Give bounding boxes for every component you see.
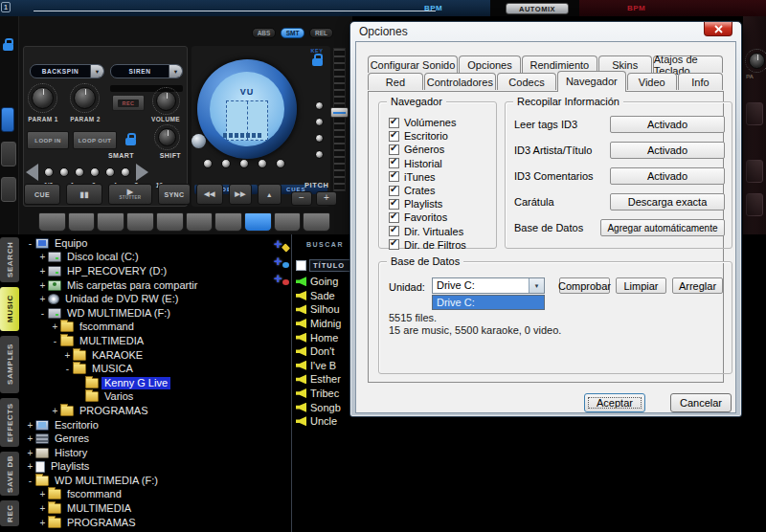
tree-item[interactable]: + Mis carpetas para compartir xyxy=(23,278,272,293)
expander-icon[interactable]: + xyxy=(37,252,48,262)
loop-length-led[interactable] xyxy=(75,167,84,177)
browser-option-row[interactable]: Dir. Virtuales xyxy=(389,225,496,238)
key-lock[interactable]: KEY xyxy=(306,48,327,66)
dialog-tab[interactable]: Red xyxy=(368,73,423,90)
add-remove-icon[interactable]: + xyxy=(274,270,291,287)
keyboard-key[interactable] xyxy=(274,212,302,232)
tree-item[interactable]: + History xyxy=(23,446,272,460)
browser-option-row[interactable]: Volúmenes xyxy=(389,116,496,129)
pitch-slider-handle[interactable] xyxy=(330,107,349,118)
setting-value-button[interactable]: Descarga exacta xyxy=(610,193,725,211)
dialog-tab[interactable]: Info xyxy=(678,73,723,90)
loop-half-arrow-icon[interactable] xyxy=(26,164,38,181)
keyboard-key-active[interactable] xyxy=(244,212,272,232)
expander-icon[interactable]: - xyxy=(37,308,48,319)
checkbox-icon[interactable] xyxy=(389,131,399,142)
chevron-down-icon[interactable]: ▼ xyxy=(169,65,182,78)
sync-button[interactable]: SYNC xyxy=(158,184,191,205)
tree-item[interactable]: + MULTIMEDIA xyxy=(23,501,272,516)
keyboard-key[interactable] xyxy=(303,212,330,232)
tree-item[interactable]: + PROGRAMAS xyxy=(23,516,272,530)
expander-icon[interactable]: + xyxy=(37,503,48,514)
cue-led[interactable] xyxy=(239,159,249,168)
tree-item[interactable]: + Unidad de DVD RW (E:) xyxy=(23,292,272,306)
expander-icon[interactable]: + xyxy=(50,321,60,332)
database-action-button[interactable]: Comprobar xyxy=(559,277,610,294)
loop-length-led[interactable] xyxy=(90,167,100,177)
jog-ball[interactable] xyxy=(192,134,206,148)
drive-combobox[interactable]: Drive C: ▼ xyxy=(432,277,545,294)
cue-button[interactable]: CUE xyxy=(24,184,60,205)
cue-led[interactable] xyxy=(276,159,285,168)
drive-dropdown-item[interactable]: Drive C: xyxy=(433,296,544,309)
tree-item[interactable]: + Genres xyxy=(23,432,272,446)
side-led[interactable] xyxy=(315,118,324,126)
add-netsearch-icon[interactable]: + xyxy=(274,253,291,270)
checkbox-icon[interactable] xyxy=(389,199,399,210)
tree-item[interactable]: - MULTIMEDIA xyxy=(23,334,272,348)
keyboard-key[interactable] xyxy=(186,212,214,232)
checkbox-icon[interactable] xyxy=(389,226,399,236)
tree-item[interactable]: - WD MULTIMEDIA (F:) xyxy=(23,474,272,488)
expander-icon[interactable]: + xyxy=(37,489,48,499)
loop-length-led[interactable] xyxy=(59,167,69,177)
loop-length-led[interactable] xyxy=(44,167,54,177)
tree-item[interactable]: + fscommand xyxy=(23,321,272,335)
deck2-button[interactable] xyxy=(746,193,763,216)
param1-knob[interactable] xyxy=(32,87,54,109)
keyboard-key[interactable] xyxy=(214,212,242,232)
tree-item[interactable]: - WD MULTIMEDIA (F:) xyxy=(23,306,272,321)
browser-tab[interactable]: SAMPLES xyxy=(0,336,19,393)
deck1-side-button[interactable] xyxy=(1,142,16,166)
keyboard-key[interactable] xyxy=(38,212,66,232)
checkbox-icon[interactable] xyxy=(389,118,399,128)
browser-option-row[interactable]: Crates xyxy=(389,184,496,197)
chevron-down-icon[interactable]: ▼ xyxy=(90,65,103,78)
loop-in-button[interactable]: LOOP IN xyxy=(27,131,69,149)
browser-option-row[interactable]: Playlists xyxy=(389,197,496,211)
browser-option-row[interactable]: Historial xyxy=(389,157,496,170)
expander-icon[interactable]: + xyxy=(25,433,35,444)
close-button[interactable] xyxy=(704,22,732,36)
sample-rec-button[interactable]: REC xyxy=(112,95,145,111)
side-led[interactable] xyxy=(315,150,324,159)
expander-icon[interactable]: + xyxy=(25,448,35,458)
eject-button[interactable]: ▲ xyxy=(258,184,282,205)
expander-icon[interactable]: + xyxy=(25,461,35,472)
browser-option-row[interactable]: Géneros xyxy=(389,143,496,156)
pitch-mode-button[interactable]: REL xyxy=(309,28,333,38)
loop-length-led[interactable] xyxy=(121,167,130,177)
tree-item[interactable]: - Equipo xyxy=(23,236,272,251)
tree-item[interactable]: Kenny G Live xyxy=(23,376,272,390)
cancel-button[interactable]: Cancelar xyxy=(670,393,732,412)
deck1-progress-line[interactable] xyxy=(34,11,436,11)
expander-icon[interactable]: + xyxy=(37,294,48,304)
deck1-side-button[interactable] xyxy=(1,177,16,202)
browser-tab[interactable]: REC xyxy=(0,500,19,526)
tree-item[interactable]: + Escritorio xyxy=(23,418,272,432)
expander-icon[interactable]: + xyxy=(50,406,60,416)
accept-button[interactable]: Aceptar xyxy=(584,393,645,412)
play-stutter-button[interactable]: ▶ STUTTER xyxy=(108,184,152,205)
database-action-button[interactable]: Arreglar xyxy=(672,277,723,294)
pitch-slider-track[interactable] xyxy=(333,48,346,191)
deck2-param-knob[interactable] xyxy=(749,53,765,69)
expander-icon[interactable]: - xyxy=(25,476,35,486)
tree-item[interactable]: Varios xyxy=(23,390,272,405)
keyboard-key[interactable] xyxy=(156,212,184,232)
pitch-plus-button[interactable]: + xyxy=(316,191,337,206)
browser-tab[interactable]: MUSIC xyxy=(0,287,19,331)
tree-item[interactable]: + KARAOKE xyxy=(23,348,272,363)
browser-option-row[interactable]: Dir. de Filtros xyxy=(389,238,496,252)
deck2-button[interactable] xyxy=(746,160,763,183)
expander-icon[interactable]: - xyxy=(25,238,35,249)
browser-tab[interactable]: EFFECTS xyxy=(0,398,19,447)
keyboard-key[interactable] xyxy=(126,212,154,232)
tree-item[interactable]: + HP_RECOVERY (D:) xyxy=(23,264,272,278)
dialog-tab[interactable]: Codecs xyxy=(497,73,556,90)
chevron-down-icon[interactable]: ▼ xyxy=(529,278,544,293)
keyboard-key[interactable] xyxy=(97,212,124,232)
browser-tab[interactable]: SAVE DB xyxy=(0,452,19,496)
setting-value-button[interactable]: Activado xyxy=(610,116,725,133)
setting-value-button[interactable]: Agregar automáticamente xyxy=(600,219,725,236)
